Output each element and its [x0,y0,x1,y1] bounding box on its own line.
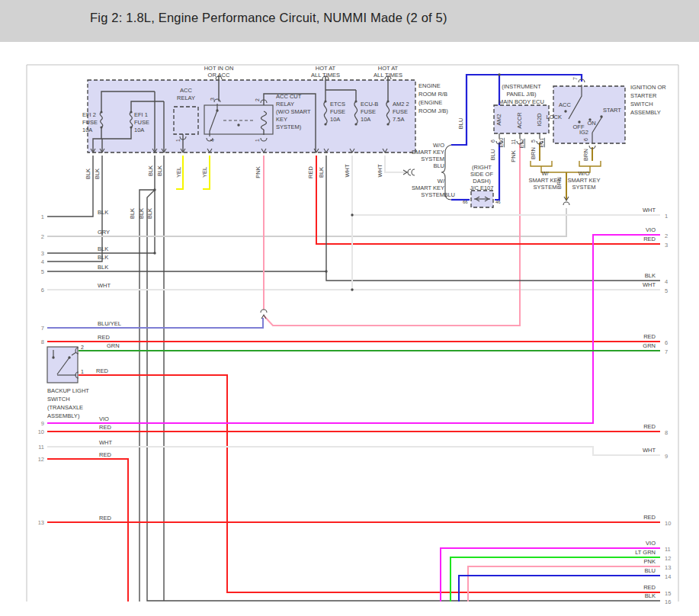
wire-label: GRY [98,229,110,236]
wire-label: SMART KEY [412,184,444,191]
junction-dot [600,115,602,117]
wire-label: FUSE [393,108,408,115]
wire-label: BLK [94,168,101,179]
wire-label: SYSTEM [421,191,444,198]
wire-label: ACC [180,87,192,94]
wire-label: 13 [38,519,44,526]
wire-label: DASH) [473,178,491,184]
wire [47,156,93,217]
wire-label: 14 [665,573,671,580]
wire-label: W/ [541,170,549,177]
fuse-terminal [324,123,326,125]
wire-label: RELAY [276,101,294,107]
diagram-svg: HOT IN ONOR ACCHOT ATALL TIMESHOT ATALL … [0,42,699,616]
junction-dot [351,213,353,216]
wire-label: ALL TIMES [311,72,340,79]
wire-label: EFI 1 [134,111,148,118]
wire [579,161,601,166]
wire-label: LOCK [547,114,562,120]
wire-label: AM2 [495,114,502,125]
wire-label: SMART KEY [412,149,444,156]
wire-label: BLK [98,254,108,261]
wire-label: (TRANSAXLE [47,404,83,411]
wire-label: SWITCH [47,396,70,403]
wire-label: 46 [495,200,501,204]
wire-label: ASSEMBLY) [47,412,80,419]
wire-label: W/ [438,178,445,184]
junction-dot [351,288,353,290]
fuse-terminal [354,123,357,125]
wire-label: 7 [572,77,578,80]
wire-label: (INSTRUMENT [502,83,541,90]
fuse-terminal [100,126,102,128]
wire-label: ROOM J/B) [418,107,448,114]
wire-label: HOT AT [316,65,336,72]
wire [47,459,128,602]
wire-label: 10A [134,127,144,133]
wire-label: BRN [556,177,563,189]
junction-dot [237,124,239,126]
wire-label: BLK [129,208,136,219]
wire-label: BRN [582,149,589,161]
wire-label: FUSE [134,119,149,126]
wire-label: SYSTEM [572,184,596,191]
wire-label: WHT [643,207,656,213]
wire-label: W/O [433,142,444,149]
wire-label: 10 [38,428,44,435]
wire-label: BLK [98,245,108,252]
wire-label: 2 [81,345,84,350]
wire-label: 10A [82,127,92,133]
wire-label: BLK [318,167,325,178]
wire-label: ACC CUT [276,93,302,100]
wire-label: J/C E107 [470,184,494,191]
wire-label: YEL [175,167,182,178]
wire-label: 2 [255,98,260,101]
wire-label: 6 [665,339,668,346]
wire-label: ACC [559,101,571,108]
wire-label: 12 [38,456,44,463]
connector-arc-icon [408,169,411,175]
wire-label: RED [643,584,656,591]
wire [47,318,263,328]
wire-label: SWITCH [630,101,653,107]
wire-label: SYSTEM [421,156,444,162]
wire-label: 5 [41,268,44,275]
wire-label: BLU/YEL [98,320,121,327]
wire-label: RED [307,166,314,178]
wire-label: SYSTEM) [276,124,302,130]
wire-label: HOT AT [378,65,399,72]
wire-label: 8 [665,429,668,436]
wire-label: RED [98,334,110,341]
wire-label: RED [643,236,656,242]
wire-label: WHT [643,281,656,288]
wire-label: FUSE [361,108,376,115]
wire-label: 4 [210,139,215,142]
wire-label: 7.5A [393,116,404,123]
backup-light-switch-box [47,347,78,383]
wire-label: SMART KEY [567,177,600,184]
wire-label: BLK [146,208,153,219]
wire-label: BLU [433,162,444,169]
wire [531,161,552,166]
wire-label: RED [96,367,108,374]
wire [451,557,660,602]
wire-label: 9 [665,453,668,460]
wire-label: BLK [645,272,656,279]
wire-label: 2 [41,233,44,240]
wire-label: OR ACC [208,72,230,79]
wire-label: RED [643,423,656,430]
wire-label: HOT IN ON [204,65,234,72]
junction-dot [153,188,156,191]
wire-label: PNK [510,150,517,162]
wire-label: 1 [665,213,668,220]
wiring-diagram-canvas: HOT IN ONOR ACCHOT ATALL TIMESHOT ATALL … [0,42,699,616]
wire-label: 6 [41,287,44,294]
wire-label: 12 [665,555,671,562]
wire-label: (ENGINE [418,99,442,106]
wire-label: RELAY [177,95,195,101]
wire-label: GRN [107,342,120,349]
junction-dot [216,109,218,111]
wire-label: ALL TIMES [374,72,402,79]
wire-label: 7 [665,348,668,355]
wire-label: 11 [665,546,671,553]
